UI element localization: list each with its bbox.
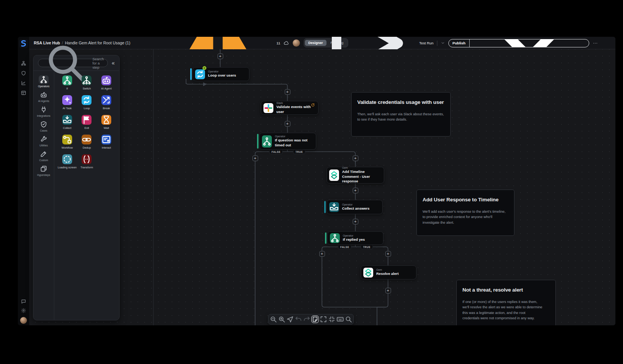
chat-icon[interactable] (21, 299, 26, 304)
fit-icon[interactable] (328, 315, 336, 323)
node-if-question-was-not-timed-out[interactable]: OperatorIf question was not timed out (259, 133, 316, 150)
add-step-button[interactable] (385, 288, 391, 293)
add-step-button[interactable] (353, 219, 358, 224)
cloud-sync-icon[interactable] (284, 40, 289, 46)
shieldcheck-icon (39, 121, 48, 128)
step-label: If (66, 87, 68, 90)
torq-logo-icon[interactable] (19, 39, 28, 48)
search-placeholder: Search for a step (92, 57, 104, 69)
step-dedup[interactable]: Dedup (77, 135, 97, 149)
shield-icon[interactable] (21, 71, 26, 76)
slack-icon (263, 103, 273, 113)
category-ai-agents[interactable]: AI Agents (33, 91, 54, 102)
add-step-button[interactable] (319, 251, 325, 257)
note-icon[interactable] (311, 315, 319, 323)
step-ai-task[interactable]: AI Task (57, 95, 77, 110)
node-add-timeline-comment[interactable]: GemAdd Timeline Comment - User response (326, 167, 384, 184)
step-label: Transform (80, 166, 93, 169)
more-menu-icon[interactable] (593, 41, 598, 46)
step-collect[interactable]: Collect (57, 115, 77, 130)
dashboard-icon[interactable] (21, 90, 26, 96)
keyboard-icon[interactable] (336, 315, 344, 323)
chevron-down-icon[interactable] (441, 41, 445, 45)
publish-menu-button[interactable] (470, 39, 589, 47)
expand-icon[interactable] (320, 315, 327, 323)
node-type: Operator (208, 70, 236, 73)
step-exit[interactable]: Exit (77, 115, 97, 130)
category-utilities[interactable]: Utilities (33, 135, 54, 147)
node-validate-events-with-user[interactable]: SlackValidate events with user (261, 101, 319, 115)
search-input[interactable]: Search for a step (38, 59, 108, 67)
step-break[interactable]: Break (96, 95, 116, 110)
undo-icon[interactable] (295, 315, 302, 323)
note-validate-credentials[interactable]: Validate credentials usage with user The… (351, 92, 451, 136)
branch-false-label: FALSE (269, 149, 282, 154)
gear-icon[interactable] (21, 308, 26, 313)
redo-icon[interactable] (303, 315, 311, 323)
step-label: Collect (63, 126, 71, 130)
workflows-icon[interactable] (21, 61, 26, 66)
step-loop[interactable]: Loop (77, 95, 97, 110)
step-label: Dedup (83, 146, 91, 149)
step-if[interactable]: If (57, 75, 77, 90)
node-loop-over-users[interactable]: OperatorLoop over users (192, 67, 249, 81)
screen: RSA Live Hub / Handle Gem Alert for Root… (0, 0, 623, 364)
collect-icon (329, 202, 339, 212)
publish-button[interactable]: Publish (448, 39, 589, 47)
category-hypersteps[interactable]: Hypersteps (33, 165, 54, 176)
break-icon (101, 95, 111, 105)
interact-icon (101, 135, 111, 144)
step-interact[interactable]: Interact (96, 135, 116, 149)
category-custom[interactable]: Custom (33, 150, 54, 162)
add-step-button[interactable] (353, 188, 358, 193)
step-transform[interactable]: Transform (77, 154, 97, 169)
collapse-panel-button[interactable]: « (111, 60, 115, 66)
step-loading-screen[interactable]: Loading screen (57, 154, 77, 169)
category-operators[interactable]: Operators (33, 75, 54, 88)
zoom-in-icon[interactable] (278, 315, 285, 323)
node-accent (257, 134, 259, 149)
robot-icon (101, 75, 111, 85)
step-ai-agent[interactable]: AI Agent (96, 75, 116, 90)
note-not-a-threat[interactable]: Not a threat, resolve alert If one (or m… (456, 280, 556, 325)
category-cases[interactable]: Cases (33, 121, 54, 132)
loop-entry-arrowhead (203, 82, 207, 86)
category-label: Integrations (37, 115, 50, 117)
add-step-button[interactable] (285, 121, 290, 127)
search-icon[interactable] (345, 315, 352, 323)
node-collect-answers[interactable]: OperatorCollect answers (326, 200, 383, 214)
note-body: If one (or more) of the users replies it… (462, 299, 550, 321)
node-if-replied-yes[interactable]: OperatorIf replied yes (327, 231, 383, 245)
add-step-button[interactable] (252, 155, 258, 161)
step-workflow[interactable]: Workflow (57, 135, 77, 149)
add-step-button[interactable] (285, 89, 290, 95)
add-step-button[interactable] (218, 53, 223, 59)
rail-avatar[interactable] (20, 317, 27, 324)
analytics-icon[interactable] (21, 80, 26, 86)
category-integrations[interactable]: Integrations (33, 106, 54, 117)
divider (437, 41, 437, 46)
category-label: Hypersteps (37, 174, 50, 176)
steps-panel: Search for a step « OperatorsAI AgentsIn… (33, 55, 120, 320)
spinner-icon (62, 154, 72, 164)
step-label: Interact (102, 146, 111, 149)
divider (469, 39, 470, 47)
step-wait[interactable]: Wait (96, 115, 116, 130)
send-icon[interactable] (286, 315, 294, 323)
note-title: Add User Response to Timeline (423, 197, 508, 202)
node-accent (325, 232, 326, 244)
zoom-out-icon[interactable] (270, 315, 277, 323)
add-step-button[interactable] (385, 251, 391, 257)
add-step-button[interactable] (353, 155, 358, 161)
transform-icon (82, 154, 91, 164)
node-resolve-alert[interactable]: GemResolve alert (361, 265, 416, 279)
step-switch[interactable]: Switch (77, 75, 97, 90)
warning-count: 11 (276, 41, 280, 45)
node-type: Operator (343, 234, 365, 237)
step-label: Workflow (62, 146, 73, 149)
node-name: Collect answers (342, 206, 369, 211)
test-run-label: Test Run (419, 41, 434, 45)
user-avatar[interactable] (293, 39, 300, 47)
note-add-user-response[interactable]: Add User Response to Timeline We'll add … (416, 190, 514, 236)
note-title: Not a threat, resolve alert (462, 287, 550, 293)
